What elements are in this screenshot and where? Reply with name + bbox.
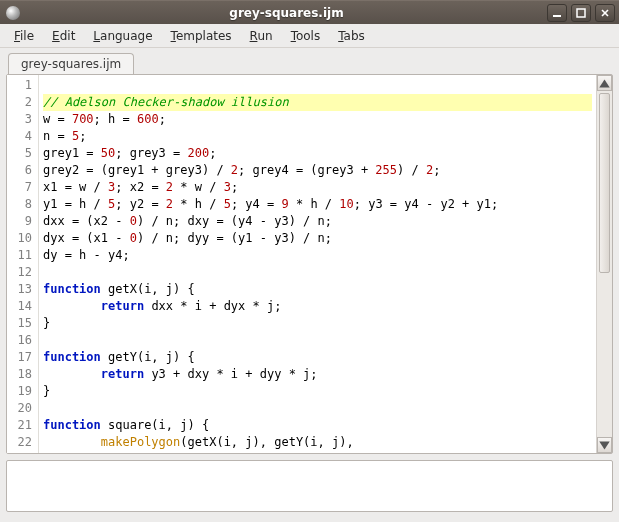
line-number: 17	[9, 349, 32, 366]
line-number: 4	[9, 128, 32, 145]
line-number: 14	[9, 298, 32, 315]
line-number: 21	[9, 417, 32, 434]
line-number: 15	[9, 315, 32, 332]
line-number: 10	[9, 230, 32, 247]
scroll-up-button[interactable]	[597, 75, 612, 91]
line-number: 20	[9, 400, 32, 417]
line-number: 8	[9, 196, 32, 213]
svg-rect-1	[577, 9, 585, 17]
output-pane[interactable]	[6, 460, 613, 512]
line-number: 16	[9, 332, 32, 349]
line-number: 9	[9, 213, 32, 230]
code-area[interactable]: // Adelson Checker-shadow illusion w = 7…	[39, 75, 596, 453]
line-number: 3	[9, 111, 32, 128]
menubar: File Edit Language Templates Run Tools T…	[0, 24, 619, 48]
line-number: 7	[9, 179, 32, 196]
window-title: grey-squares.ijm	[26, 6, 547, 20]
line-number: 12	[9, 264, 32, 281]
svg-marker-4	[599, 79, 609, 87]
svg-rect-0	[553, 15, 561, 17]
minimize-button[interactable]	[547, 4, 567, 22]
tab-strip: grey-squares.ijm	[0, 48, 619, 74]
close-button[interactable]	[595, 4, 615, 22]
line-number: 18	[9, 366, 32, 383]
line-number: 22	[9, 434, 32, 451]
line-number: 13	[9, 281, 32, 298]
menu-templates[interactable]: Templates	[163, 27, 240, 45]
line-number: 6	[9, 162, 32, 179]
scrollbar-thumb[interactable]	[599, 93, 610, 273]
menu-edit[interactable]: Edit	[44, 27, 83, 45]
menu-run[interactable]: Run	[242, 27, 281, 45]
window-titlebar: grey-squares.ijm	[0, 0, 619, 24]
tab-grey-squares[interactable]: grey-squares.ijm	[8, 53, 134, 75]
chevron-down-icon	[598, 439, 611, 452]
line-number: 11	[9, 247, 32, 264]
vertical-scrollbar[interactable]	[596, 75, 612, 453]
menu-tools[interactable]: Tools	[283, 27, 329, 45]
menu-language[interactable]: Language	[85, 27, 160, 45]
editor-pane: 1 2 3 4 5 6 7 8 9 10 11 12 13 14 15 16 1…	[6, 74, 613, 454]
line-number: 2	[9, 94, 32, 111]
scroll-down-button[interactable]	[597, 437, 612, 453]
app-icon	[6, 6, 20, 20]
svg-marker-5	[599, 441, 609, 449]
maximize-button[interactable]	[571, 4, 591, 22]
menu-file[interactable]: File	[6, 27, 42, 45]
line-number: 5	[9, 145, 32, 162]
line-number-gutter: 1 2 3 4 5 6 7 8 9 10 11 12 13 14 15 16 1…	[7, 75, 39, 453]
chevron-up-icon	[598, 77, 611, 90]
line-number: 19	[9, 383, 32, 400]
line-number: 1	[9, 77, 32, 94]
menu-tabs[interactable]: Tabs	[330, 27, 373, 45]
